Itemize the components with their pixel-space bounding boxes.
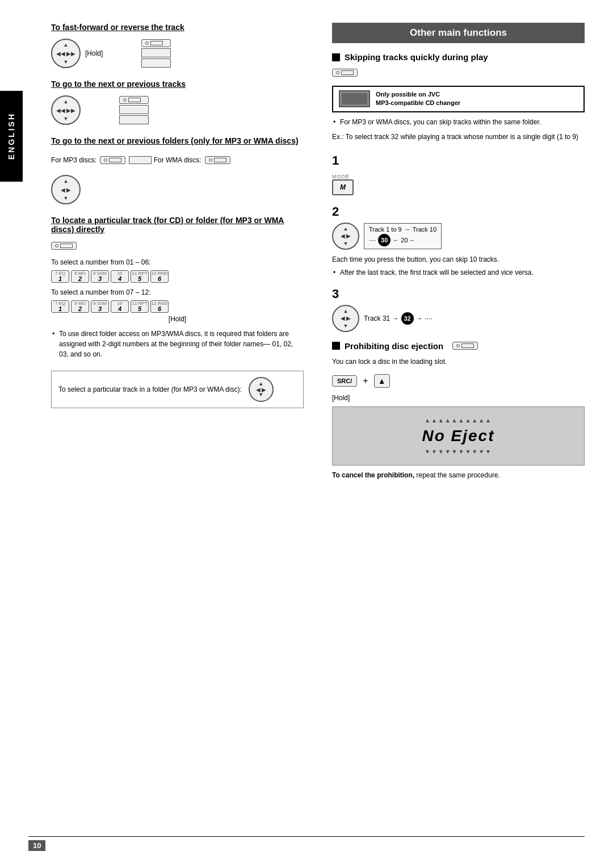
cd-indicator-locate — [51, 242, 77, 250]
num-btn-11[interactable]: 11 RPT 5 — [131, 300, 149, 313]
hold-label-1: [Hold] — [85, 48, 103, 58]
display-mp3 — [129, 156, 152, 164]
section-nextprev-title: To go to the next or previous tracks — [51, 79, 304, 89]
note-box: To select a particular track in a folder… — [51, 371, 304, 408]
cd-indicator-skip — [332, 69, 358, 77]
right-header: Other main functions — [332, 23, 585, 43]
select-07-12-label: To select a number from 07 – 12: — [51, 287, 304, 297]
jvc-display — [339, 90, 370, 107]
no-eject-box: ▲▲▲▲▲▲▲▲▲▲ No Eject ▼▼▼▼▼▼▼▼▼▼ — [332, 406, 585, 466]
track-arrow-1: → — [404, 226, 410, 233]
no-eject-arrows-top: ▲▲▲▲▲▲▲▲▲▲ — [344, 417, 573, 423]
cd-indicator-prohibit — [452, 342, 478, 350]
section-locate-title: To locate a particular track (for CD) or… — [51, 216, 304, 234]
num-btn-10[interactable]: 10 4 — [111, 300, 129, 313]
section-fastforward-title: To fast-forward or reverse the track — [51, 23, 304, 32]
ex-label: Ex.: To select track 32 while playing a … — [332, 132, 585, 142]
dir-btn-note[interactable]: ◀ ▶ — [249, 377, 274, 402]
dots-left: ···· — [369, 237, 376, 244]
step-2-num: 2 — [332, 204, 585, 219]
num-btn-5[interactable]: 11 RPT 5 — [131, 270, 149, 283]
select-01-06-label: To select a number from 01 – 06: — [51, 257, 304, 267]
page-number: 10 — [28, 840, 45, 851]
num-btn-9[interactable]: 9 SSM 3 — [91, 300, 109, 313]
no-eject-text: No Eject — [344, 427, 573, 445]
hold-label-3: [Hold] — [332, 394, 585, 402]
cd-indicator-1 — [141, 39, 171, 47]
bullet-mp3-skip: For MP3 or WMA discs, you can skip track… — [332, 117, 585, 127]
num-btn-2[interactable]: 8 MO 2 — [71, 270, 89, 283]
dir-btn-ffrev[interactable]: ◀◀ ▶▶ — [51, 39, 81, 68]
src-btn[interactable]: SRC / — [332, 375, 357, 387]
bullet-mp3-wma: To use direct folder access on MP3/WMA d… — [51, 329, 304, 359]
cancel-text: To cancel the prohibition, repeat the sa… — [332, 470, 585, 480]
cd-indicator-mp3 — [100, 156, 125, 164]
num-row-2: 7 EQ 1 8 MO 2 9 SSM 3 10 4 — [51, 300, 304, 313]
step-2-block: 2 ◀ ▶ Track 1 to 9 → Track 10 — [332, 204, 585, 278]
cd-indicator-2 — [119, 96, 149, 104]
dir-btn-step2[interactable]: ◀ ▶ — [332, 223, 359, 250]
mode-label: MODE — [332, 174, 354, 179]
display-box-4 — [119, 115, 149, 124]
step-1-block: 1 MODE M — [332, 153, 585, 195]
num-btn-3[interactable]: 9 SSM 3 — [91, 270, 109, 283]
step2-desc: Each time you press the button, you can … — [332, 254, 585, 265]
plus-sign: + — [363, 376, 368, 386]
for-wma-label: For WMA discs: — [154, 155, 201, 165]
step3-dots: → ···· — [416, 315, 433, 322]
num-row-1: 7 EQ 1 8 MO 2 9 SSM 3 10 4 — [51, 270, 304, 283]
section-folders-title: To go to the next or previous folders (o… — [51, 136, 304, 145]
track-31-label: Track 31 → — [364, 315, 399, 322]
num-btn-4[interactable]: 10 4 — [111, 270, 129, 283]
eject-btn[interactable]: ▲ — [374, 374, 390, 388]
mode-btn[interactable]: M — [332, 179, 354, 195]
jvc-box: Only possible on JVC MP3-compatible CD c… — [332, 86, 585, 112]
display-box-1 — [141, 48, 171, 57]
step-3-num: 3 — [332, 287, 585, 301]
num-btn-6[interactable]: 12 RND 6 — [150, 270, 169, 283]
circle-30: 30 — [378, 234, 391, 246]
step-1-num: 1 — [332, 153, 585, 168]
prohibit-desc: You can lock a disc in the loading slot. — [332, 357, 585, 367]
track-1-to-9: Track 1 to 9 — [369, 226, 402, 233]
num-btn-8[interactable]: 8 MO 2 — [71, 300, 89, 313]
page-num-bar: 10 — [28, 836, 585, 851]
display-box-2 — [141, 58, 171, 68]
dir-btn-folders[interactable]: ◀ ▶ — [51, 175, 81, 204]
prohibit-section-title: Prohibiting disc ejection — [332, 341, 585, 351]
num-btn-7[interactable]: 7 EQ 1 — [51, 300, 69, 313]
black-square-2 — [332, 342, 340, 350]
for-mp3-label: For MP3 discs: — [51, 155, 96, 165]
jvc-text: Only possible on JVC MP3-compatible CD c… — [376, 90, 460, 108]
num-btn-12[interactable]: 12 RND 6 — [150, 300, 169, 313]
display-box-3 — [119, 105, 149, 114]
black-square-1 — [332, 53, 340, 61]
num-btn-1[interactable]: 7 EQ 1 — [51, 270, 69, 283]
skipping-section-title: Skipping tracks quickly during play — [332, 52, 585, 62]
hold-label-2: [Hold] — [51, 315, 304, 323]
arrow-20: ← 20 ← — [393, 237, 415, 244]
step2-bullet: After the last track, the first track wi… — [332, 267, 585, 278]
no-eject-arrows-bottom: ▼▼▼▼▼▼▼▼▼▼ — [344, 448, 573, 455]
step-3-block: 3 ◀ ▶ Track 31 → 32 → ···· — [332, 287, 585, 332]
dir-btn-nextprev[interactable]: ◀◀ ▶▶ — [51, 95, 81, 125]
cd-indicator-wma — [205, 156, 230, 164]
track-10-label: Track 10 — [413, 226, 436, 233]
dir-btn-step3[interactable]: ◀ ▶ — [332, 305, 359, 332]
circle-32: 32 — [401, 312, 414, 325]
note-text: To select a particular track in a folder… — [58, 384, 242, 395]
